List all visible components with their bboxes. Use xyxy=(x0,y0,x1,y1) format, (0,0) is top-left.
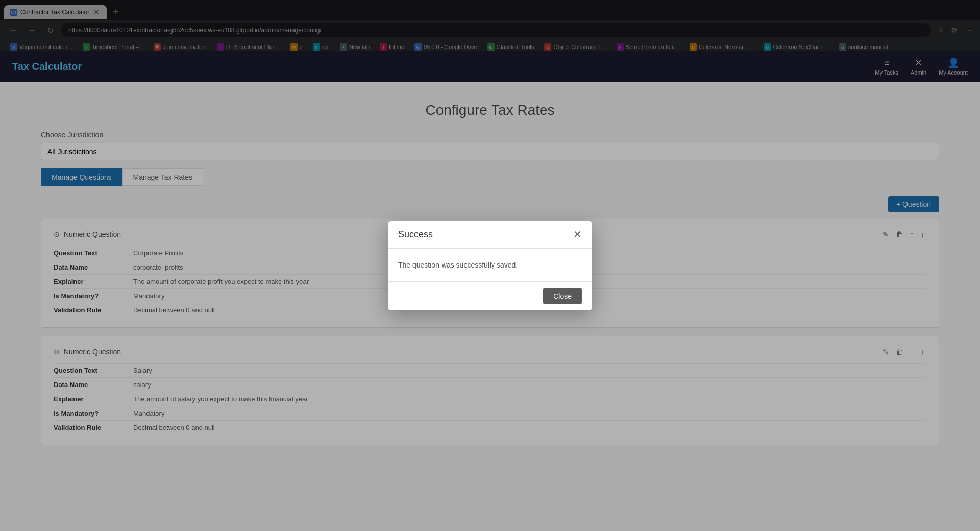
modal-overlay: Tax Calculator ≡ My Tasks ✕ Admin 👤 My A… xyxy=(0,0,980,54)
app-header: Tax Calculator ≡ My Tasks ✕ Admin 👤 My A… xyxy=(0,51,980,54)
